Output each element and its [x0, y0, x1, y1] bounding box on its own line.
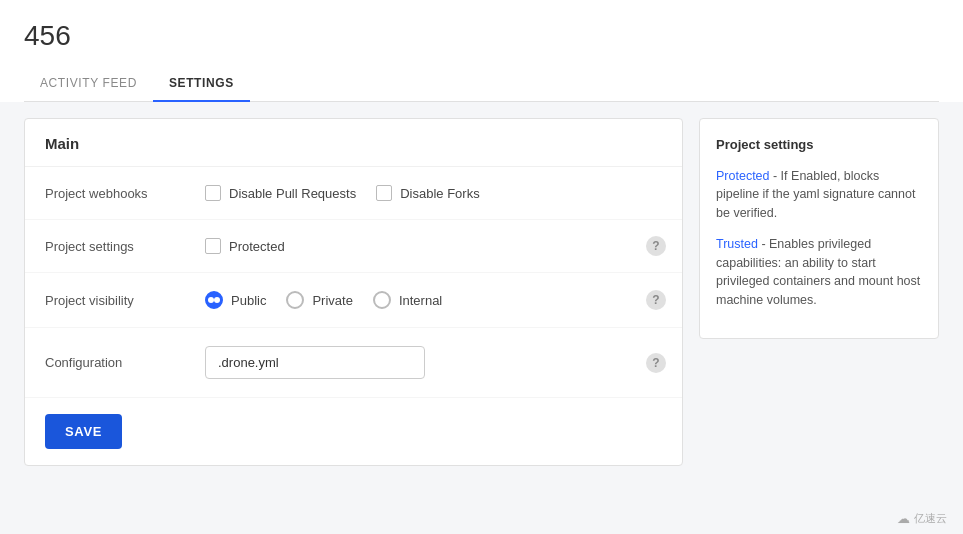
- checkbox-box-forks[interactable]: [376, 185, 392, 201]
- controls-visibility: Public Private Internal: [205, 291, 662, 309]
- controls-webhooks: Disable Pull Requests Disable Forks: [205, 185, 662, 201]
- label-webhooks: Project webhooks: [45, 186, 205, 201]
- checkbox-box-protected[interactable]: [205, 238, 221, 254]
- tabs: ACTIVITY FEED SETTINGS: [24, 66, 939, 102]
- radio-public[interactable]: Public: [205, 291, 266, 309]
- form-row-configuration: Configuration ?: [25, 328, 682, 398]
- radio-label-private: Private: [312, 293, 352, 308]
- tooltip-panel: Project settings Protected - If Enabled,…: [699, 118, 939, 339]
- form-row-settings: Project settings Protected ?: [25, 220, 682, 273]
- tooltip-link-trusted[interactable]: Trusted: [716, 237, 758, 251]
- tooltip-item-protected: Protected - If Enabled, blocks pipeline …: [716, 167, 922, 223]
- help-icon-visibility[interactable]: ?: [646, 290, 666, 310]
- label-configuration: Configuration: [45, 355, 205, 370]
- section-title: Main: [25, 119, 682, 167]
- watermark: ☁ 亿速云: [897, 511, 947, 526]
- tooltip-link-protected[interactable]: Protected: [716, 169, 770, 183]
- watermark-icon: ☁: [897, 511, 910, 526]
- checkbox-label-protected: Protected: [229, 239, 285, 254]
- save-button[interactable]: SAVE: [45, 414, 122, 449]
- page-header: 456 ACTIVITY FEED SETTINGS: [0, 0, 963, 102]
- help-icon-settings[interactable]: ?: [646, 236, 666, 256]
- help-icon-configuration[interactable]: ?: [646, 353, 666, 373]
- radio-label-internal: Internal: [399, 293, 442, 308]
- controls-configuration: [205, 346, 662, 379]
- watermark-text: 亿速云: [914, 511, 947, 526]
- radio-internal[interactable]: Internal: [373, 291, 442, 309]
- checkbox-label-pull-requests: Disable Pull Requests: [229, 186, 356, 201]
- label-settings: Project settings: [45, 239, 205, 254]
- main-panel: Main Project webhooks Disable Pull Reque…: [24, 118, 683, 466]
- radio-circle-public[interactable]: [205, 291, 223, 309]
- configuration-input[interactable]: [205, 346, 425, 379]
- checkbox-label-forks: Disable Forks: [400, 186, 479, 201]
- tooltip-panel-title: Project settings: [716, 135, 922, 155]
- checkbox-disable-pull-requests[interactable]: Disable Pull Requests: [205, 185, 356, 201]
- radio-private[interactable]: Private: [286, 291, 352, 309]
- controls-settings: Protected: [205, 238, 662, 254]
- checkbox-disable-forks[interactable]: Disable Forks: [376, 185, 479, 201]
- tooltip-item-trusted: Trusted - Enables privileged capabilitie…: [716, 235, 922, 310]
- page-wrapper: 456 ACTIVITY FEED SETTINGS Main Project …: [0, 0, 963, 534]
- page-title: 456: [24, 20, 939, 52]
- radio-circle-internal[interactable]: [373, 291, 391, 309]
- radio-circle-private[interactable]: [286, 291, 304, 309]
- form-row-visibility: Project visibility Public Private: [25, 273, 682, 328]
- checkbox-protected[interactable]: Protected: [205, 238, 285, 254]
- tab-activity[interactable]: ACTIVITY FEED: [24, 66, 153, 102]
- checkbox-box-pull-requests[interactable]: [205, 185, 221, 201]
- tab-settings[interactable]: SETTINGS: [153, 66, 250, 102]
- content-area: Main Project webhooks Disable Pull Reque…: [0, 102, 963, 482]
- radio-label-public: Public: [231, 293, 266, 308]
- form-row-webhooks: Project webhooks Disable Pull Requests D…: [25, 167, 682, 220]
- label-visibility: Project visibility: [45, 293, 205, 308]
